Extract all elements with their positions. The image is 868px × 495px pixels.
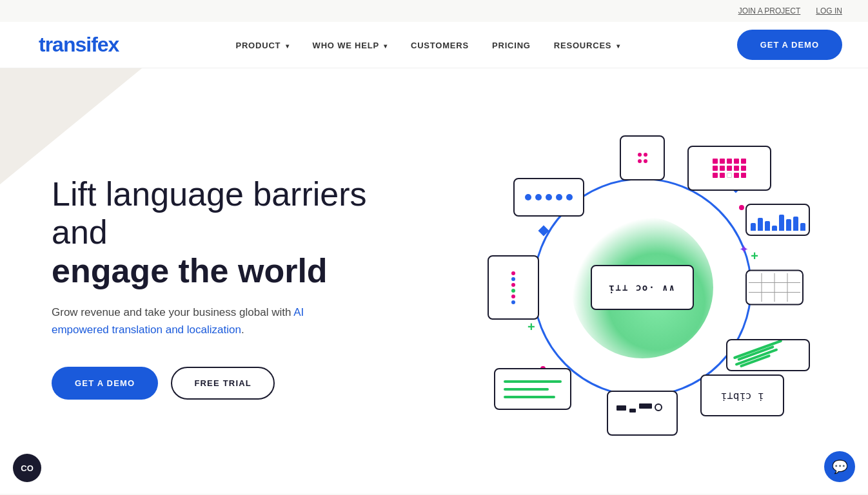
- float-card-right-mid: [745, 270, 804, 306]
- nav-link-product[interactable]: PRODUCT ▾: [235, 41, 289, 50]
- nav-item-product[interactable]: PRODUCT ▾: [235, 39, 289, 51]
- float-card-bottom-right: ᴉ⊥qᴉᴐ ᴉ: [700, 374, 784, 416]
- plus-icon: +: [528, 320, 535, 335]
- hero-section: Lift language barriers and engage the wo…: [0, 68, 868, 494]
- chat-icon: 💬: [832, 459, 848, 474]
- wave-lines-decoration: [498, 374, 567, 405]
- float-card-top-center: [620, 135, 665, 180]
- top-bar: JOIN A PROJECT LOG IN: [0, 0, 868, 22]
- bottom-center-decoration: [608, 391, 676, 436]
- svg-rect-5: [616, 405, 626, 411]
- blue-dots-row: [520, 189, 578, 206]
- login-link[interactable]: LOG IN: [816, 6, 842, 15]
- float-card-far-right-top: [745, 204, 810, 236]
- nav-item-pricing[interactable]: PRICING: [492, 39, 531, 51]
- nav-item-customers[interactable]: CUSTOMERS: [411, 39, 469, 51]
- nav-link-resources[interactable]: RESOURCES ▾: [554, 41, 620, 50]
- svg-rect-7: [639, 403, 652, 409]
- chevron-down-icon: ▾: [616, 43, 620, 50]
- chat-widget-button[interactable]: 💬: [824, 451, 855, 482]
- hero-buttons: GET A DEMO FREE TRIAL: [52, 367, 413, 400]
- bottom-svg: [613, 396, 671, 428]
- hero-subtext-link[interactable]: AI empowered translation and localizatio…: [52, 306, 304, 336]
- hero-headline: Lift language barriers and engage the wo…: [52, 175, 413, 291]
- mini-bar-chart: [747, 206, 809, 235]
- float-card-top-left: [513, 178, 584, 217]
- hero-get-demo-button[interactable]: GET A DEMO: [52, 367, 158, 400]
- nav-get-demo-button[interactable]: GET A DEMO: [737, 30, 842, 60]
- illustration-container: ✦ ✦: [475, 126, 810, 449]
- nav-item-resources[interactable]: RESOURCES ▾: [554, 39, 620, 51]
- svg-point-8: [655, 404, 662, 411]
- pink-grid-decoration: [710, 156, 749, 180]
- sparkle-icon: ✦: [739, 242, 749, 257]
- green-lines-decoration: [727, 343, 809, 367]
- join-project-link[interactable]: JOIN A PROJECT: [738, 6, 801, 15]
- nav-links: PRODUCT ▾ WHO WE HELP ▾ CUSTOMERS PRICIN…: [235, 39, 620, 51]
- plus-icon: +: [751, 249, 758, 264]
- hero-subtext: Grow revenue and take your business glob…: [52, 304, 322, 338]
- vertical-dots: [508, 267, 519, 308]
- float-card-top-right: [687, 146, 771, 191]
- hero-content: Lift language barriers and engage the wo…: [52, 175, 413, 400]
- float-card-left-mid: [488, 255, 539, 320]
- hero-free-trial-button[interactable]: FREE TRIAL: [171, 367, 275, 400]
- co-bubble-button[interactable]: CO: [13, 454, 41, 482]
- hero-illustration: ✦ ✦: [455, 120, 829, 455]
- float-card-bottom-left: [494, 368, 571, 410]
- grid-svg: [749, 273, 800, 302]
- svg-rect-6: [629, 409, 636, 412]
- site-logo[interactable]: transifex: [39, 33, 119, 57]
- ring-dot: [738, 204, 745, 211]
- nav-item-who-we-help[interactable]: WHO WE HELP ▾: [313, 39, 388, 51]
- nav-link-pricing[interactable]: PRICING: [492, 41, 531, 50]
- nav-link-customers[interactable]: CUSTOMERS: [411, 41, 469, 50]
- center-card-text: ᴉ⊥⊥ ᴐo· ∧∧: [602, 276, 682, 299]
- nav-link-who-we-help[interactable]: WHO WE HELP ▾: [313, 41, 388, 50]
- chevron-down-icon: ▾: [286, 43, 290, 50]
- float-card-center: ᴉ⊥⊥ ᴐo· ∧∧: [591, 265, 694, 310]
- diamond-decoration: [539, 226, 548, 238]
- float-card-far-right-bottom: [726, 339, 810, 371]
- co-bubble-label: CO: [21, 463, 34, 473]
- main-nav: transifex PRODUCT ▾ WHO WE HELP ▾ CUSTOM…: [0, 22, 868, 68]
- chevron-down-icon: ▾: [384, 43, 388, 50]
- float-card-bottom-center: [607, 391, 678, 436]
- scatter-dots: ᴉ⊥qᴉᴐ ᴉ: [716, 384, 769, 407]
